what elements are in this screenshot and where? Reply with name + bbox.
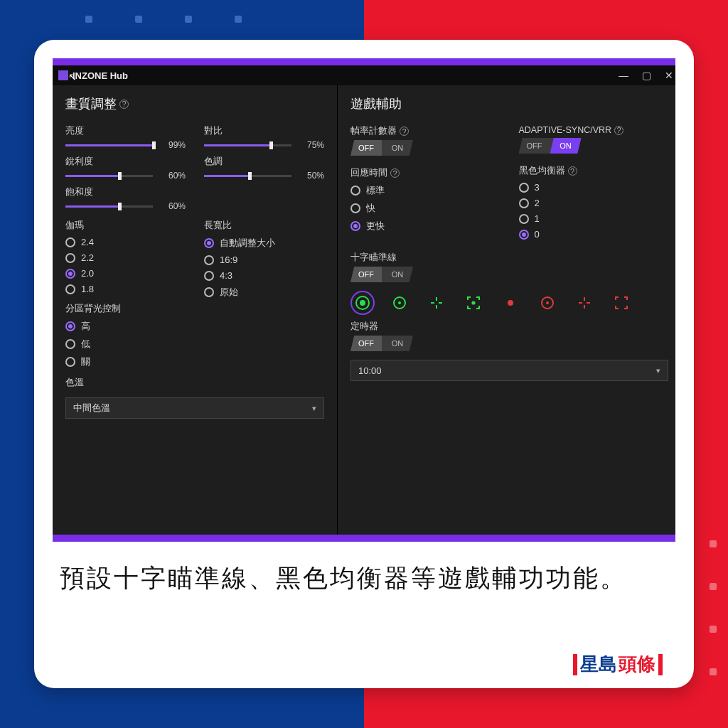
contrast-slider[interactable] [204,140,291,150]
section-title-gaming: 遊戲輔助 [350,95,668,112]
response-standard[interactable]: 標準 [350,184,500,197]
aspect-16-9[interactable]: 16:9 [204,255,324,265]
black-eq-1[interactable]: 1 [519,213,669,224]
hue-value: 50% [296,171,324,181]
aspect-4-3[interactable]: 4:3 [204,270,324,281]
app-logo-icon [58,70,68,80]
help-icon[interactable]: ? [390,168,400,178]
deco-dot [710,626,717,633]
publisher-logo: 星島頭條 [573,652,663,677]
response-label: 回應時間? [350,167,500,179]
deco-dot [235,16,242,23]
help-icon[interactable]: ? [119,100,129,109]
aspect-label: 長寬比 [204,220,324,232]
gamma-1-8[interactable]: 1.8 [65,284,186,294]
app-title: INZONE Hub [73,70,128,81]
timer-value: 10:00 [358,365,382,376]
brand-bar-icon [658,654,663,675]
color-temp-value: 中間色溫 [73,402,110,414]
cursor-icon: ↖ [68,71,77,82]
gamma-2-4[interactable]: 2.4 [65,237,186,247]
brightness-label: 亮度 [65,125,186,137]
local-dimming-label: 分區背光控制 [65,303,186,315]
help-icon[interactable]: ? [568,166,577,176]
crosshair-label: 十字瞄準線 [350,252,668,264]
help-icon[interactable]: ? [400,127,409,136]
svg-point-3 [398,301,401,304]
chevron-down-icon: ▾ [312,404,316,413]
deco-dot [710,583,717,590]
dimming-off[interactable]: 關 [65,355,186,368]
deco-dot [710,668,717,675]
crosshair-red-ring-dot-icon[interactable] [535,291,560,315]
inzone-hub-window: INZONE Hub — ▢ ✕ 畫質調整? [53,65,675,535]
gamma-2-2[interactable]: 2.2 [65,252,186,263]
close-button[interactable]: ✕ [663,70,675,81]
black-eq-0[interactable]: 0 [519,229,669,240]
panes: 畫質調整? 亮度 99% 銳 [53,85,675,535]
maximize-button[interactable]: ▢ [640,70,653,81]
window-controls: — ▢ ✕ [617,70,675,81]
contrast-label: 對比 [204,125,324,137]
hue-slider[interactable] [204,171,291,181]
svg-point-9 [508,300,513,306]
chevron-down-icon: ▾ [656,366,660,375]
deco-dot [710,540,717,547]
section-title-picture: 畫質調整? [65,95,324,112]
dimming-low[interactable]: 低 [65,338,186,350]
gamma-2-0[interactable]: 2.0 [65,268,186,279]
saturation-label: 飽和度 [65,186,186,198]
saturation-slider[interactable] [65,201,153,211]
aspect-auto[interactable]: 自動調整大小 [204,237,324,250]
adaptive-sync-toggle[interactable]: OFFON [519,138,582,154]
crosshair-red-plus-icon[interactable] [572,291,596,315]
crosshair-toggle[interactable]: OFFON [350,267,413,282]
black-eq-2[interactable]: 2 [519,198,669,208]
crosshair-red-brackets-icon[interactable] [609,291,633,315]
black-eq-label: 黑色均衡器? [519,165,669,177]
crosshair-red-dot-icon[interactable] [498,291,523,315]
help-icon[interactable]: ? [614,126,623,135]
brightness-value: 99% [157,140,186,150]
adaptive-sync-label: ADAPTIVE-SYNC/VRR? [519,125,669,135]
timer-label: 定時器 [350,321,668,333]
gaming-assist-pane: 遊戲輔助 幀率計數器? OFFON 回應時間? 標準 快 更快 [337,85,675,535]
dimming-high[interactable]: 高 [65,320,186,333]
aspect-original[interactable]: 原始 [204,286,324,299]
svg-point-8 [472,301,474,304]
crosshair-green-dot-filled-icon[interactable] [350,291,375,315]
response-fast[interactable]: 快 [350,202,500,215]
saturation-value: 60% [157,201,186,211]
deco-dot [85,16,92,23]
response-faster[interactable]: 更快 [350,220,500,232]
deco-dot [185,16,192,23]
brand-bar-icon [573,654,577,675]
sharpness-value: 60% [157,171,186,181]
crosshair-green-brackets-icon[interactable] [461,291,486,315]
promo-frame: INZONE Hub — ▢ ✕ 畫質調整? [0,0,728,728]
gamma-label: 伽瑪 [65,220,186,232]
minimize-button[interactable]: — [617,70,630,81]
timer-toggle[interactable]: OFFON [350,336,413,351]
article-caption: 預設十字瞄準線、黑色均衡器等遊戲輔功功能。 [60,559,668,597]
sharpness-label: 銳利度 [65,156,186,168]
picture-pane: 畫質調整? 亮度 99% 銳 [53,85,337,535]
crosshair-presets: ↖ [350,291,668,315]
svg-point-11 [546,301,549,304]
brightness-slider[interactable] [65,140,153,150]
color-temp-label: 色溫 [65,377,186,389]
fps-label: 幀率計數器? [350,125,500,137]
sharpness-slider[interactable] [65,171,153,181]
crosshair-green-ring-dot-icon[interactable] [387,291,412,315]
fps-toggle[interactable]: OFFON [350,140,413,156]
crosshair-green-plus-icon[interactable]: ↖ [424,291,449,315]
deco-dot [135,16,142,23]
timer-select[interactable]: 10:00 ▾ [350,360,668,381]
contrast-value: 75% [296,140,324,150]
black-eq-3[interactable]: 3 [519,182,669,193]
hue-label: 色調 [204,156,324,168]
color-temp-select[interactable]: 中間色溫 ▾ [65,397,324,419]
svg-point-1 [360,300,365,306]
content-card: INZONE Hub — ▢ ✕ 畫質調整? [34,40,694,688]
screenshot-area: INZONE Hub — ▢ ✕ 畫質調整? [53,58,675,542]
